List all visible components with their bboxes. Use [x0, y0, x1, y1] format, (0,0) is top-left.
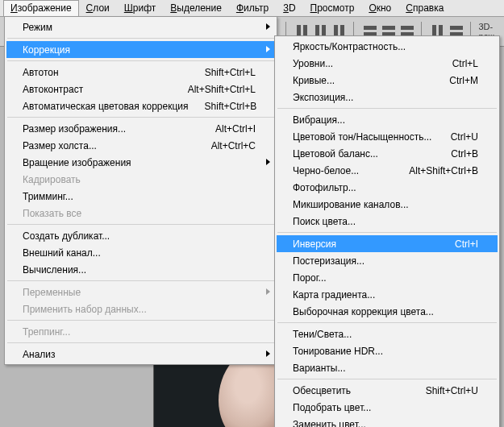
menu-item-label: Автотон: [23, 67, 189, 78]
menu-item-label: Поиск цвета...: [293, 216, 478, 227]
menubar-item[interactable]: Слои: [79, 0, 117, 17]
menu-item-label: Тонирование HDR...: [293, 346, 478, 357]
menu-item[interactable]: Коррекция: [6, 41, 275, 58]
menu-separator: [7, 342, 274, 343]
menu-item-shortcut: Shift+Ctrl+U: [426, 385, 478, 396]
menu-item-label: Размер изображения...: [23, 123, 199, 135]
menubar-item[interactable]: Фильтр: [229, 0, 276, 17]
menu-separator: [277, 232, 497, 233]
menu-item-label: Выборочная коррекция цвета...: [293, 306, 478, 317]
menu-item[interactable]: Постеризация...: [277, 252, 498, 269]
menubar: ИзображениеСлоиШрифтВыделениеФильтр3DПро…: [0, 0, 504, 17]
menu-item[interactable]: Черно-белое...Alt+Shift+Ctrl+B: [277, 162, 498, 179]
menu-item[interactable]: Тени/Света...: [277, 325, 498, 342]
menu-separator: [7, 280, 274, 281]
submenu-arrow-icon: [266, 288, 270, 295]
menubar-item[interactable]: Выделение: [163, 0, 229, 17]
menubar-item[interactable]: Справка: [398, 0, 451, 17]
menu-item-label: Уровни...: [293, 58, 436, 69]
menu-item[interactable]: Варианты...: [277, 359, 498, 376]
menu-item-label: Внешний канал...: [23, 247, 256, 259]
menubar-item[interactable]: Окно: [361, 0, 398, 17]
menu-item[interactable]: Выборочная коррекция цвета...: [277, 303, 498, 320]
menu-item: Треппинг...: [6, 323, 275, 340]
menu-item[interactable]: Порог...: [277, 269, 498, 286]
submenu-arrow-icon: [266, 350, 270, 357]
menu-item[interactable]: Экспозиция...: [277, 89, 498, 106]
menu-item[interactable]: Цветовой баланс...Ctrl+B: [277, 145, 498, 162]
menu-item: Показать все: [6, 205, 275, 222]
menu-item-shortcut: Alt+Shift+Ctrl+L: [188, 84, 256, 95]
menu-separator: [7, 320, 274, 321]
menu-item[interactable]: Фотофильтр...: [277, 179, 498, 196]
menu-item-label: Цветовой баланс...: [293, 148, 435, 160]
menu-separator: [7, 60, 274, 61]
menu-item[interactable]: Яркость/Контрастность...: [277, 38, 498, 55]
menubar-item[interactable]: Шрифт: [117, 0, 163, 17]
menu-item[interactable]: Карта градиента...: [277, 286, 498, 303]
menu-item[interactable]: ОбесцветитьShift+Ctrl+U: [277, 382, 498, 399]
menu-item[interactable]: Анализ: [6, 346, 275, 363]
menu-item-shortcut: Ctrl+M: [449, 75, 478, 86]
menu-item-label: Инверсия: [293, 238, 439, 250]
menu-item-label: Черно-белое...: [293, 165, 393, 176]
menu-item[interactable]: ИнверсияCtrl+I: [277, 235, 498, 252]
menu-item-label: Постеризация...: [293, 255, 478, 267]
menu-item[interactable]: Режим: [6, 19, 275, 35]
menu-item-label: Кривые...: [293, 75, 433, 86]
menu-item-label: Порог...: [293, 272, 478, 284]
menu-item-shortcut: Ctrl+L: [452, 58, 478, 69]
menu-item-label: Цветовой тон/Насыщенность...: [293, 131, 435, 143]
menu-item: Применить набор данных...: [6, 301, 275, 317]
menu-item-label: Размер холста...: [23, 140, 195, 151]
menu-item[interactable]: Вычисления...: [6, 261, 275, 278]
menu-item-shortcut: Shift+Ctrl+B: [205, 101, 257, 112]
menu-item-label: Вращение изображения: [23, 157, 256, 168]
menu-item-label: Яркость/Контрастность...: [293, 41, 478, 52]
menu-item-label: Автоматическая цветовая коррекция: [23, 101, 189, 112]
menu-item[interactable]: Микширование каналов...: [277, 196, 498, 213]
menu-item-label: Фотофильтр...: [293, 182, 478, 193]
menu-item[interactable]: АвтоконтрастAlt+Shift+Ctrl+L: [6, 81, 275, 97]
menu-item-label: Заменить цвет...: [293, 419, 478, 428]
menu-item-label: Экспозиция...: [293, 92, 478, 103]
menu-item[interactable]: Вибрация...: [277, 111, 498, 128]
menu-item-label: Режим: [23, 22, 256, 33]
menu-item[interactable]: АвтотонShift+Ctrl+L: [6, 64, 275, 81]
menu-item[interactable]: Тонирование HDR...: [277, 342, 498, 359]
menu-item[interactable]: Внешний канал...: [6, 244, 275, 261]
menu-item[interactable]: Автоматическая цветовая коррекцияShift+C…: [6, 97, 275, 114]
menubar-item[interactable]: 3D: [276, 0, 302, 17]
menu-item[interactable]: Заменить цвет...: [277, 416, 498, 427]
submenu-arrow-icon: [266, 23, 270, 30]
menubar-item[interactable]: Изображение: [3, 0, 79, 17]
menu-item-label: Автоконтраст: [23, 84, 172, 95]
menu-item-label: Обесцветить: [293, 385, 410, 396]
menu-item[interactable]: Вращение изображения: [6, 154, 275, 171]
menu-item-label: Микширование каналов...: [293, 199, 478, 210]
menu-item[interactable]: Кривые...Ctrl+M: [277, 72, 498, 89]
menu-item[interactable]: Размер холста...Alt+Ctrl+C: [6, 137, 275, 154]
menu-item[interactable]: Подобрать цвет...: [277, 399, 498, 416]
menu-item-label: Треппинг...: [23, 326, 256, 338]
menu-item-shortcut: Alt+Ctrl+I: [215, 123, 256, 135]
menu-item-label: Применить набор данных...: [23, 304, 256, 315]
menu-separator: [277, 108, 497, 109]
menu-item-label: Карта градиента...: [293, 289, 478, 301]
menu-item-shortcut: Alt+Ctrl+C: [211, 140, 256, 151]
correction-submenu: Яркость/Контрастность...Уровни...Ctrl+LК…: [274, 35, 500, 427]
menu-item[interactable]: Создать дубликат...: [6, 227, 275, 244]
menu-item-shortcut: Ctrl+U: [451, 131, 478, 143]
menu-item[interactable]: Поиск цвета...: [277, 213, 498, 230]
menu-item-shortcut: Ctrl+B: [451, 148, 478, 160]
menu-item-shortcut: Ctrl+I: [455, 238, 478, 250]
menu-item[interactable]: Уровни...Ctrl+L: [277, 55, 498, 72]
menu-item[interactable]: Тримминг...: [6, 188, 275, 205]
menu-separator: [7, 38, 274, 39]
menu-item-label: Показать все: [23, 208, 256, 219]
menu-item[interactable]: Размер изображения...Alt+Ctrl+I: [6, 120, 275, 137]
menu-separator: [7, 117, 274, 118]
menubar-item[interactable]: Просмотр: [303, 0, 362, 17]
menu-item[interactable]: Цветовой тон/Насыщенность...Ctrl+U: [277, 128, 498, 145]
menu-item: Переменные: [6, 284, 275, 301]
